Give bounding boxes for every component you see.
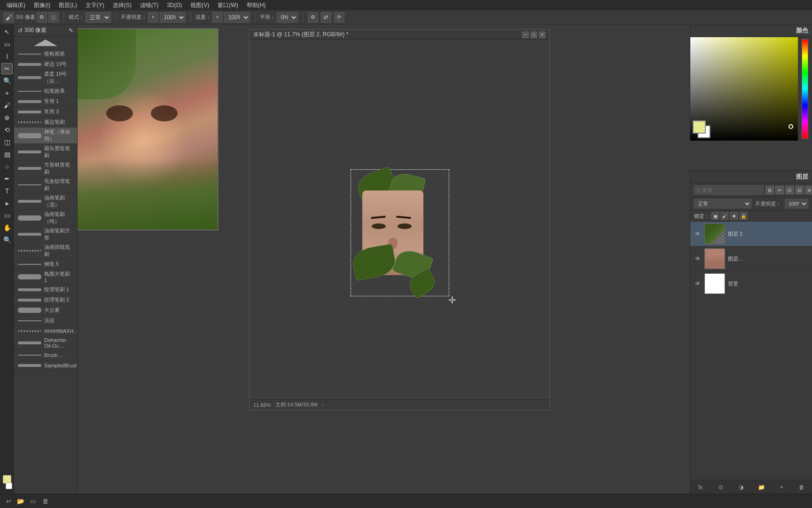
- pen-tool[interactable]: ✒: [1, 173, 13, 184]
- brush-item-24[interactable]: SampledBrush…: [14, 360, 77, 371]
- layer-opacity-select[interactable]: 100%: [785, 199, 808, 208]
- brush-edit-icon[interactable]: ✎: [69, 27, 73, 34]
- gradient-tool[interactable]: ▤: [1, 149, 13, 160]
- brush-item-23[interactable]: Brush…: [14, 350, 77, 360]
- maximize-button[interactable]: □: [531, 32, 537, 38]
- add-adjustment-button[interactable]: ◑: [736, 482, 746, 492]
- spot-heal-tool[interactable]: ⌖: [1, 87, 13, 99]
- layer-eye-bg[interactable]: 👁: [694, 280, 702, 287]
- eyedropper-tool[interactable]: 🔍: [1, 75, 13, 87]
- select-rect-tool[interactable]: ▭: [1, 39, 13, 50]
- layer-eye-2[interactable]: 👁: [694, 230, 702, 238]
- blend-mode-select[interactable]: 正常: [694, 199, 751, 208]
- add-mask-button[interactable]: ⊙: [716, 482, 726, 492]
- lock-position-icon[interactable]: ✚: [730, 212, 738, 220]
- canvas-icon[interactable]: ▭: [28, 497, 38, 506]
- status-arrow[interactable]: ›: [322, 402, 324, 408]
- brush-item-3[interactable]: 铅笔效果: [14, 86, 77, 96]
- layer-eye-1[interactable]: 👁: [694, 255, 702, 262]
- layer-item-bg[interactable]: 👁 背景: [690, 271, 812, 296]
- new-layer-button[interactable]: +: [776, 482, 787, 492]
- eraser-tool[interactable]: ◫: [1, 136, 13, 148]
- lock-image-icon[interactable]: 🖌: [721, 212, 728, 220]
- menu-image[interactable]: 图像(I): [30, 0, 54, 10]
- brush-item-5[interactable]: 常用 3: [14, 107, 77, 117]
- brush-item-0[interactable]: 喷枪画笔: [14, 49, 77, 59]
- type-tool[interactable]: T: [1, 185, 13, 197]
- open-folder-icon[interactable]: 📂: [16, 497, 25, 506]
- menu-3d[interactable]: 3D(D): [163, 1, 186, 9]
- brush-item-15[interactable]: 钢笔 5: [14, 259, 77, 270]
- flow-toggle[interactable]: ⚬: [212, 12, 223, 23]
- filter-icon-3[interactable]: ⊡: [785, 186, 794, 194]
- extra-icon[interactable]: ⟳: [334, 12, 344, 23]
- brush-item-16[interactable]: 氛围大笔刷 1: [14, 270, 77, 285]
- minimize-button[interactable]: ─: [522, 32, 529, 38]
- brush-tool-left[interactable]: 🖌: [1, 100, 13, 111]
- brush-item-4[interactable]: 常用 1: [14, 96, 77, 107]
- brush-item-14[interactable]: 油画排线笔刷: [14, 243, 77, 259]
- menu-select[interactable]: 选择(S): [109, 0, 135, 10]
- shape-tool[interactable]: ▭: [1, 210, 13, 221]
- menu-filter[interactable]: 滤镜(T): [136, 0, 162, 10]
- foreground-swatch[interactable]: [693, 120, 706, 134]
- brush-item-10[interactable]: 毛发纹理笔刷: [14, 177, 77, 193]
- lasso-tool[interactable]: ⌇: [1, 51, 13, 62]
- brush-item-7[interactable]: 神笔（厚涂用）: [14, 127, 77, 144]
- brush-item-21[interactable]: #####MAXH…: [14, 326, 77, 336]
- filter-icon-2[interactable]: ✏: [775, 186, 784, 194]
- path-select-tool[interactable]: ▸: [1, 198, 13, 209]
- crop-tool[interactable]: ✂: [1, 63, 13, 74]
- smooth-select[interactable]: 0%: [277, 12, 298, 23]
- layer-item-1[interactable]: 👁 图层…: [690, 246, 812, 271]
- hand-tool[interactable]: ✋: [1, 222, 13, 233]
- brush-tool-icon[interactable]: 🖌: [4, 12, 14, 23]
- menu-view[interactable]: 视图(V): [187, 0, 213, 10]
- menu-edit[interactable]: 编辑(E): [3, 0, 29, 10]
- background-color-swatch[interactable]: [6, 483, 12, 489]
- menu-type[interactable]: 文字(Y): [82, 0, 108, 10]
- hue-strip[interactable]: [802, 39, 808, 139]
- color-picker-area[interactable]: [690, 37, 812, 141]
- brush-item-11[interactable]: 油画笔刷（湿）: [14, 193, 77, 210]
- menu-help[interactable]: 帮助(H): [243, 0, 270, 10]
- brush-item-8[interactable]: 圆头塑造笔刷: [14, 144, 77, 160]
- filter-icon-1[interactable]: ⊞: [765, 186, 774, 194]
- opacity-toggle[interactable]: ⚬: [148, 12, 158, 23]
- brush-settings-icon[interactable]: ⚙: [37, 12, 47, 23]
- lock-all-icon[interactable]: 🔒: [740, 212, 747, 220]
- brush-item-6[interactable]: 溅边笔刷: [14, 117, 77, 127]
- brush-reset-icon[interactable]: ↺: [18, 27, 23, 34]
- brush-item-19[interactable]: 大云雾: [14, 305, 77, 316]
- layers-filter-input[interactable]: [694, 185, 764, 195]
- brush-item-9[interactable]: 方形材质笔刷: [14, 160, 77, 177]
- brush-item-18[interactable]: 纹理笔刷 2: [14, 295, 77, 305]
- menu-window[interactable]: 窗口(W): [214, 0, 242, 10]
- brush-item-12[interactable]: 油画笔刷（纯）: [14, 210, 77, 226]
- dodge-tool[interactable]: ○: [1, 161, 13, 172]
- layer-item-2[interactable]: 👁 图层 2: [690, 222, 812, 246]
- trash-icon[interactable]: 🗑: [40, 497, 50, 506]
- new-group-button[interactable]: 📁: [756, 482, 766, 492]
- close-button[interactable]: ×: [539, 32, 546, 38]
- brush-item-20[interactable]: 法设: [14, 316, 77, 326]
- menu-layer[interactable]: 图层(L): [55, 0, 81, 10]
- symmetry-icon[interactable]: ⇄: [321, 12, 331, 23]
- erase-icon[interactable]: ◻: [48, 12, 59, 23]
- clone-tool[interactable]: ⊕: [1, 112, 13, 123]
- lock-transparent-icon[interactable]: ▣: [711, 212, 719, 220]
- opacity-select[interactable]: 100%: [160, 12, 186, 23]
- brush-item-13[interactable]: 油画笔刷方形: [14, 226, 77, 243]
- brush-item-2[interactable]: 柔柔 19号（尖…: [14, 70, 77, 86]
- brush-item-1[interactable]: 硬边 19号: [14, 59, 77, 70]
- filter-icon-5[interactable]: ⊛: [805, 186, 812, 194]
- flow-select[interactable]: 100%: [224, 12, 250, 23]
- filter-icon-4[interactable]: ⊟: [795, 186, 804, 194]
- brush-item-17[interactable]: 纹理笔刷 1: [14, 285, 77, 295]
- delete-layer-button[interactable]: 🗑: [796, 482, 807, 492]
- brush-item-22[interactable]: Deharme-Oil-Oc…: [14, 336, 77, 350]
- move-tool[interactable]: ↖: [1, 26, 13, 38]
- zoom-tool[interactable]: 🔍: [1, 234, 13, 246]
- history-icon[interactable]: ↩: [4, 497, 13, 506]
- settings-gear-icon[interactable]: ⚙: [308, 12, 318, 23]
